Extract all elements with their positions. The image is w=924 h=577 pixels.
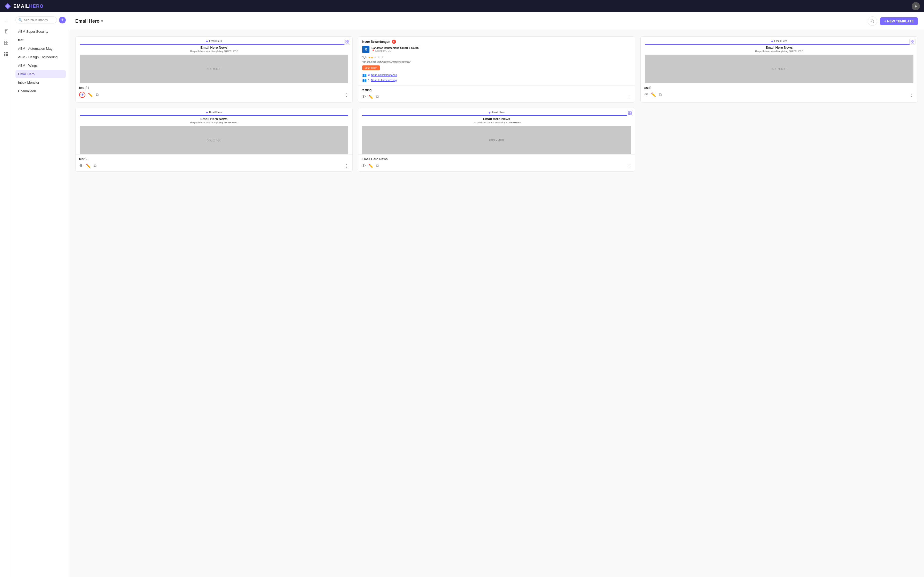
brand-item[interactable]: ABM - Wings xyxy=(16,61,66,69)
template-card[interactable]: ◆ Email Hero Email Hero News The publish… xyxy=(75,36,353,103)
card-image-placeholder: 600 x 400 xyxy=(80,126,348,154)
edit-icon[interactable]: ✏️ xyxy=(651,92,656,97)
brand-item[interactable]: Inbox Monster xyxy=(16,79,66,87)
template-grid: ◆ Email Hero Email Hero News The publish… xyxy=(69,30,924,178)
svg-rect-8 xyxy=(4,43,6,45)
edit-icon[interactable]: ✏️ xyxy=(86,164,91,168)
preview-icon[interactable]: 👁 xyxy=(362,95,366,99)
overlay-grid-icon[interactable] xyxy=(909,39,916,45)
copy-icon[interactable]: ⧉ xyxy=(94,164,97,168)
logo: EMAILHERO xyxy=(4,3,44,10)
stat-link[interactable]: Neue Kulturbewertung xyxy=(371,79,397,82)
review-stats: 👥 3 Neue Gehaltsangaben 👥 1 Neue Kulturb… xyxy=(362,73,631,82)
more-options-icon[interactable]: ⋮ xyxy=(627,163,632,169)
preview-icon[interactable]: 👁 xyxy=(79,92,85,98)
template-card[interactable]: ◆ Email Hero Email Hero News The publish… xyxy=(640,36,918,103)
card-email-subtitle: The publisher's email templating SUPERHE… xyxy=(80,121,348,124)
brand-diamond-icon: ◆ xyxy=(206,111,208,114)
svg-rect-11 xyxy=(6,52,7,53)
edit-icon[interactable]: ✏️ xyxy=(88,92,93,97)
copy-icon[interactable]: ⧉ xyxy=(376,164,379,168)
search-icon xyxy=(871,19,874,23)
brand-item[interactable]: ABM Super Security xyxy=(16,27,66,35)
review-stat-row: 👥 1 Neue Kulturbewertung xyxy=(362,78,631,82)
svg-rect-17 xyxy=(6,55,7,56)
svg-rect-2 xyxy=(4,19,8,19)
brand-item[interactable]: Email Hero xyxy=(16,70,66,78)
card-footer: test 21 👁 ✏️ ⧉ ⋮ xyxy=(76,83,352,100)
search-input[interactable] xyxy=(24,18,54,22)
copy-icon[interactable]: ⧉ xyxy=(659,92,662,97)
card-brand-tag: ◆ Email Hero xyxy=(645,40,913,42)
card-footer: test 2 👁 ✏️ ⧉ ⋮ xyxy=(76,155,352,171)
brand-item[interactable]: Chamaileon xyxy=(16,87,66,95)
user-avatar[interactable]: ● xyxy=(912,2,920,10)
review-cta-button[interactable]: Jetzt lesen xyxy=(362,65,380,70)
template-name: test 2 xyxy=(79,157,349,161)
search-button[interactable] xyxy=(868,16,877,26)
svg-rect-5 xyxy=(5,31,7,33)
brand-diamond-icon: ◆ xyxy=(206,40,208,42)
brand-search-box[interactable]: 🔍 xyxy=(16,16,57,23)
card-brand-tag: ◆ Email Hero xyxy=(80,111,348,114)
add-brand-button[interactable]: + xyxy=(59,17,66,23)
template-card[interactable]: Neue Bewertungen 8 R Randstad Deutschlan… xyxy=(358,36,635,103)
brand-search-row: 🔍 + xyxy=(16,16,66,23)
card-preview: ◆ Email Hero Email Hero News The publish… xyxy=(76,37,352,83)
brand-item[interactable]: ABM - Automation Mag xyxy=(16,45,66,53)
template-card[interactable]: ◆ Email Hero Email Hero News The publish… xyxy=(358,108,635,172)
svg-rect-7 xyxy=(6,41,8,42)
new-template-button[interactable]: + NEW TEMPLATE xyxy=(880,17,918,25)
svg-rect-29 xyxy=(628,111,630,113)
card-actions: 👁 ✏️ ⧉ ⋮ xyxy=(79,92,349,98)
brand-dropdown-arrow[interactable]: ▾ xyxy=(101,19,103,23)
svg-line-20 xyxy=(873,22,874,23)
card-email-subtitle: The publisher's email templating SUPERHE… xyxy=(362,121,631,124)
logo-text: EMAILHERO xyxy=(13,3,44,9)
company-logo: R xyxy=(362,46,370,53)
copy-icon[interactable]: ⧉ xyxy=(96,92,99,97)
card-email-title: Email Hero News xyxy=(80,117,348,121)
svg-rect-24 xyxy=(347,42,349,43)
overlay-grid-icon[interactable] xyxy=(344,39,351,45)
card-preview: Neue Bewertungen 8 R Randstad Deutschlan… xyxy=(358,37,635,85)
header-actions: + NEW TEMPLATE xyxy=(868,16,918,26)
review-company-row: R Randstad Deutschland GmbH & Co KG 📍 Es… xyxy=(362,46,631,53)
more-options-icon[interactable]: ⋮ xyxy=(909,92,914,97)
copy-icon[interactable]: ⧉ xyxy=(376,95,379,99)
icon-sidebar xyxy=(0,12,12,577)
sidebar-nav-tools[interactable] xyxy=(2,27,11,36)
apps-icon xyxy=(4,52,8,56)
svg-rect-25 xyxy=(911,40,912,42)
template-card[interactable]: ◆ Email Hero Email Hero News The publish… xyxy=(75,108,353,172)
card-actions: 👁 ✏️ ⧉ ⋮ xyxy=(362,163,632,169)
stat-icon: 👥 xyxy=(362,73,367,77)
review-stat-row: 👥 3 Neue Gehaltsangaben xyxy=(362,73,631,77)
overlay-grid-icon[interactable] xyxy=(627,110,633,116)
topnav: EMAILHERO ● xyxy=(0,0,924,12)
stat-link[interactable]: Neue Gehaltsangaben xyxy=(371,74,397,76)
preview-icon[interactable]: 👁 xyxy=(362,164,366,168)
sidebar-nav-grid[interactable] xyxy=(2,38,11,47)
preview-icon[interactable]: 👁 xyxy=(79,164,83,168)
svg-rect-4 xyxy=(4,21,8,21)
main-layout: 🔍 + ABM Super SecuritytestABM - Automati… xyxy=(0,12,924,577)
edit-icon[interactable]: ✏️ xyxy=(368,164,373,168)
more-options-icon[interactable]: ⋮ xyxy=(344,163,349,169)
more-options-icon[interactable]: ⋮ xyxy=(627,94,632,100)
card-email-title: Email Hero News xyxy=(80,45,348,50)
more-options-icon[interactable]: ⋮ xyxy=(344,92,349,98)
card-preview: ◆ Email Hero Email Hero News The publish… xyxy=(76,108,352,155)
card-actions: 👁 ✏️ ⧉ ⋮ xyxy=(79,163,349,169)
sidebar-nav-list[interactable] xyxy=(2,15,11,25)
list-icon xyxy=(4,18,8,23)
svg-rect-28 xyxy=(913,42,914,43)
tools-icon xyxy=(4,29,8,34)
svg-rect-18 xyxy=(7,55,8,56)
brand-item[interactable]: ABM - Design Engineering xyxy=(16,53,66,61)
sidebar-nav-apps[interactable] xyxy=(2,50,11,59)
svg-rect-15 xyxy=(7,53,8,55)
edit-icon[interactable]: ✏️ xyxy=(368,95,373,100)
preview-icon[interactable]: 👁 xyxy=(644,92,648,97)
brand-item[interactable]: test xyxy=(16,36,66,44)
